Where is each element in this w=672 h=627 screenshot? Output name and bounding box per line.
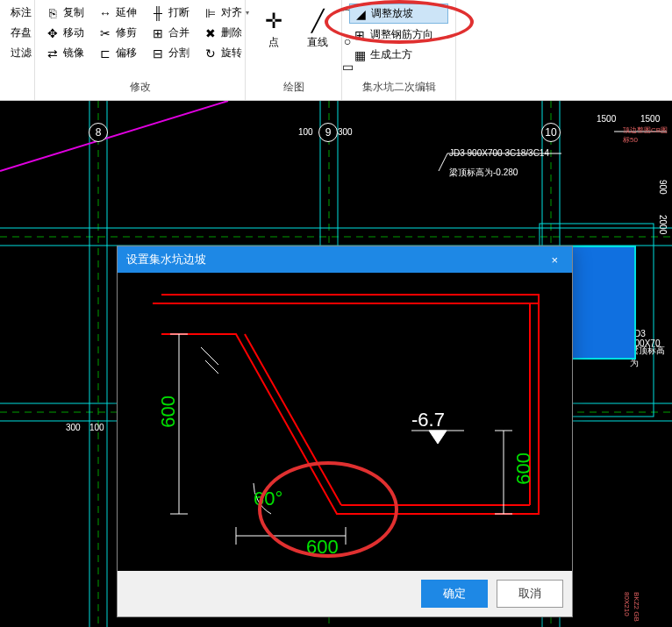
split-button[interactable]: ⊟分割 xyxy=(147,44,193,62)
sump-edit-group-label: 集水坑二次编辑 xyxy=(349,78,448,96)
dialog-footer: 确定 取消 xyxy=(118,571,572,616)
dim-600-horizontal: 600 xyxy=(306,536,339,559)
annotate-button[interactable]: 标注 xyxy=(7,4,27,22)
extend-button[interactable]: ↔延伸 xyxy=(95,4,140,22)
elevation-label-2: 梁顶标高为 xyxy=(630,345,672,369)
ribbon-group-sump-edit: ◢调整放坡 ⊞调整钢筋方向 ▦生成土方 集水坑二次编辑 xyxy=(342,0,456,100)
dim-label: 1500 xyxy=(640,114,660,124)
dim-label: 100 xyxy=(298,127,313,137)
adjust-rebar-button[interactable]: ⊞调整钢筋方向 xyxy=(349,25,448,44)
dim-label: 300 xyxy=(66,423,81,432)
dim-label: 300 xyxy=(338,127,353,137)
cancel-button[interactable]: 取消 xyxy=(497,580,563,608)
grid-marker-8: 8 xyxy=(89,123,108,142)
dialog-titlebar[interactable]: 设置集水坑边坡 × xyxy=(118,246,572,273)
offset-icon: ⊏ xyxy=(98,46,112,61)
save-button[interactable]: 存盘 xyxy=(7,24,27,42)
align-icon: ⊫ xyxy=(204,6,218,20)
align-button[interactable]: ⊫对齐▾ xyxy=(200,4,253,22)
ok-button[interactable]: 确定 xyxy=(421,580,488,608)
ribbon-toolbar: 标注 存盘 过滤 ⎘复制 ↔延伸 ╫打断 ⊫对齐▾ ✥移动 ✂修剪 ⊞合并 ✖删… xyxy=(0,0,672,101)
grid-marker-10: 10 xyxy=(541,123,561,142)
draw-group-label: 绘图 xyxy=(253,78,334,96)
dim-600-vertical: 600 xyxy=(157,395,180,428)
adjust-slope-button[interactable]: ◢调整放坡 xyxy=(349,4,448,24)
break-icon: ╫ xyxy=(151,6,165,20)
delete-button[interactable]: ✖删除 xyxy=(200,24,246,42)
delete-icon: ✖ xyxy=(204,26,218,40)
extend-icon: ↔ xyxy=(98,6,112,20)
move-button[interactable]: ✥移动 xyxy=(42,24,88,42)
rotate-icon: ↻ xyxy=(204,46,218,61)
ribbon-group-modify: ⎘复制 ↔延伸 ╫打断 ⊫对齐▾ ✥移动 ✂修剪 ⊞合并 ✖删除 ⇄镜像 ⊏偏移… xyxy=(35,0,246,100)
svg-marker-33 xyxy=(429,431,447,444)
dialog-close-button[interactable]: × xyxy=(546,253,563,267)
copy-button[interactable]: ⎘复制 xyxy=(42,4,88,22)
offset-button[interactable]: ⊏偏移 xyxy=(95,44,140,62)
top-label: 顶边整图CB图标50 xyxy=(623,125,672,145)
split-icon: ⊟ xyxy=(151,46,165,61)
rebar-icon: ⊞ xyxy=(353,28,367,42)
elevation-label: 梁顶标高为-0.280 xyxy=(449,167,518,179)
dim-label: 1500 xyxy=(597,114,616,124)
modify-group-label: 修改 xyxy=(42,78,238,96)
point-button[interactable]: ✛ 点 xyxy=(253,4,295,78)
jd3-label: JD3 900X700 3C18/3C14 xyxy=(449,148,549,158)
side-label: BKZ2 GB图80X210 xyxy=(623,592,640,627)
trim-icon: ✂ xyxy=(98,26,112,40)
move-icon: ✥ xyxy=(46,26,60,40)
trim-button[interactable]: ✂修剪 xyxy=(95,24,140,42)
filter-button[interactable]: 过滤 xyxy=(7,44,27,62)
point-icon: ✛ xyxy=(260,7,288,35)
dim-label: 900 xyxy=(658,180,668,195)
earth-icon: ▦ xyxy=(353,48,367,62)
grid-marker-9: 9 xyxy=(318,123,338,142)
slope-diagram-svg xyxy=(118,273,574,571)
generate-earth-button[interactable]: ▦生成土方 xyxy=(349,46,448,64)
break-button[interactable]: ╫打断 xyxy=(147,4,193,22)
ribbon-group-draw: ✛ 点 ╱ 直线 ⌒ ○ ▭ 绘图 xyxy=(246,0,342,100)
rotate-button[interactable]: ↻旋转 xyxy=(200,44,246,62)
angle-label: 60° xyxy=(254,488,282,510)
dim-label: 100 xyxy=(89,423,104,432)
elevation-value: -6.7 xyxy=(411,409,445,431)
slope-icon: ◢ xyxy=(354,7,368,21)
merge-button[interactable]: ⊞合并 xyxy=(147,24,193,42)
svg-line-18 xyxy=(439,153,447,171)
selected-element[interactable] xyxy=(570,246,636,360)
svg-line-34 xyxy=(201,347,218,365)
dialog-title-text: 设置集水坑边坡 xyxy=(126,252,206,267)
mirror-button[interactable]: ⇄镜像 xyxy=(42,44,88,62)
svg-line-23 xyxy=(245,334,341,505)
dim-600-right: 600 xyxy=(512,452,535,485)
dim-label: 2000 xyxy=(658,215,668,234)
merge-icon: ⊞ xyxy=(151,26,165,40)
mirror-icon: ⇄ xyxy=(46,46,60,61)
ribbon-group-left: 标注 存盘 过滤 xyxy=(0,0,35,100)
svg-line-16 xyxy=(0,101,228,171)
dialog-diagram: 600 60° 600 600 -6.7 xyxy=(118,273,572,571)
slope-settings-dialog: 设置集水坑边坡 × xyxy=(117,246,573,617)
line-icon: ╱ xyxy=(304,7,332,35)
line-button[interactable]: ╱ 直线 xyxy=(297,4,339,78)
copy-icon: ⎘ xyxy=(46,6,60,20)
